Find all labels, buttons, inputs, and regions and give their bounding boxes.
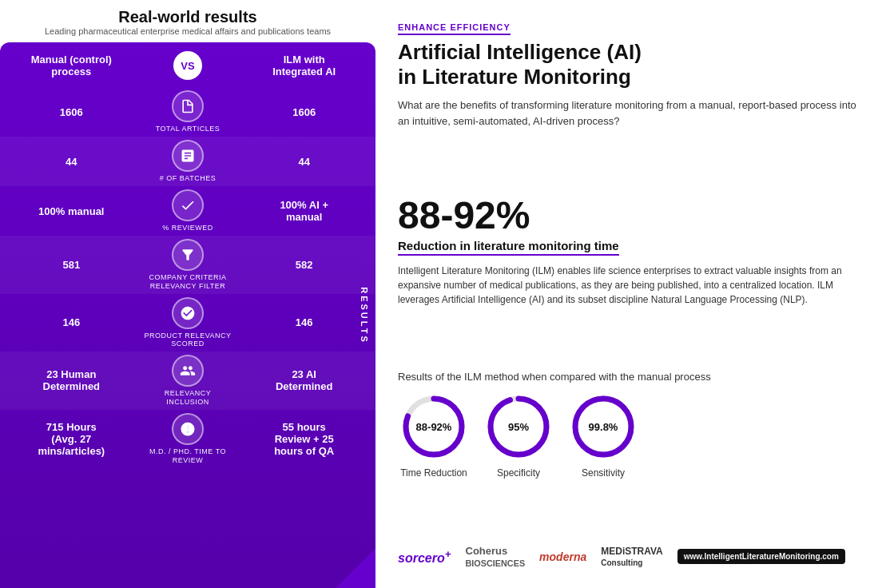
row-reviewed: 100% manual % REVIEWED 100% AI +manual: [0, 186, 375, 236]
left-header: Real-world results Leading pharmaceutica…: [45, 8, 331, 36]
big-stat: 88-92%: [398, 193, 860, 237]
center-inclusion: RELEVANCYINCLUSION: [143, 355, 233, 407]
center-relevancy: PRODUCT RELEVANCYSCORED: [143, 297, 233, 349]
gauge-time-reduction: 88-92% Time Reduction: [398, 391, 470, 479]
inclusion-label: RELEVANCYINCLUSION: [165, 389, 211, 407]
row-total-articles: 1606 TOTAL ARTICLES 1606: [0, 87, 375, 137]
gauge-circle-3: 99.8%: [567, 391, 639, 463]
manual-col-header: Manual (control)process: [0, 50, 143, 81]
stat-subtitle: Reduction in literature monitoring time: [398, 239, 619, 256]
gauge-label-3: Sensitivity: [582, 467, 625, 479]
manual-relevancy: 146: [0, 313, 143, 332]
body-text: Intelligent Literature Monitoring (ILM) …: [398, 264, 860, 307]
comparison-rows: 1606 TOTAL ARTICLES 1606 44 # OF BATCHES: [0, 87, 375, 588]
criteria-label: COMPANY CRITERIARELEVANCY FILTER: [149, 273, 226, 291]
logos-row: sorcero+ CoherusBIOSCIENCES moderna MEDi…: [398, 545, 860, 569]
gauge-circle-2: 95%: [483, 391, 554, 463]
batches-label: # OF BATCHES: [160, 174, 216, 183]
logo-website: www.IntelligentLiteratureMonitoring.com: [677, 549, 845, 564]
inclusion-icon: [172, 355, 204, 387]
gauge-value-3: 99.8%: [589, 421, 618, 433]
manual-reviewed: 100% manual: [0, 202, 143, 220]
row-batches: 44 # OF BATCHES 44: [0, 137, 375, 186]
ilm-criteria: 582: [232, 256, 375, 274]
review-icon: [172, 189, 204, 221]
gauge-value-2: 95%: [508, 421, 529, 433]
row-time: 715 Hours(Avg. 27mins/articles) M.D. / P…: [0, 410, 375, 468]
ilm-relevancy: 146: [232, 313, 375, 332]
manual-inclusion: 23 HumanDetermined: [0, 365, 143, 395]
main-title: Artificial Intelligence (AI)in Literatur…: [398, 40, 860, 89]
logo-coherus: CoherusBIOSCIENCES: [466, 545, 526, 569]
results-section: Results of the ILM method when compared …: [398, 371, 860, 490]
batch-icon: [172, 140, 204, 172]
center-batches: # OF BATCHES: [143, 140, 233, 183]
vs-badge: VS: [173, 51, 202, 80]
logo-sorcero: sorcero+: [398, 548, 451, 566]
reviewed-label: % REVIEWED: [162, 224, 213, 232]
left-subtitle: Leading pharmaceutical enterprise medica…: [45, 26, 331, 36]
enhance-label: ENHANCE EFFICIENCY: [398, 22, 511, 35]
ilm-time: 55 hoursReview + 25hours of QA: [232, 418, 375, 460]
logo-moderna: moderna: [539, 550, 586, 563]
manual-total-articles: 1606: [0, 103, 143, 121]
ilm-col-header: ILM withIntegrated AI: [232, 50, 375, 81]
gauge-label-2: Specificity: [497, 467, 540, 479]
results-intro: Results of the ILM method when compared …: [398, 371, 860, 383]
gauge-label-1: Time Reduction: [400, 467, 467, 479]
gauges-row: 88-92% Time Reduction 95% Specificity: [398, 391, 860, 479]
manual-criteria: 581: [0, 256, 143, 274]
center-total-articles: TOTAL ARTICLES: [143, 90, 233, 133]
row-relevancy: 146 PRODUCT RELEVANCYSCORED 146: [0, 294, 375, 352]
left-panel: Real-world results Leading pharmaceutica…: [0, 0, 375, 588]
ilm-inclusion: 23 AIDetermined: [232, 365, 375, 395]
row-inclusion: 23 HumanDetermined RELEVANCYINCLUSION 23…: [0, 352, 375, 410]
stat-section: 88-92% Reduction in literature monitorin…: [398, 193, 860, 316]
center-time: M.D. / PHD. TIME TOREVIEW: [143, 413, 233, 465]
comparison-area: Manual (control)process VS ILM withInteg…: [0, 42, 375, 588]
column-headers: Manual (control)process VS ILM withInteg…: [0, 42, 375, 87]
ilm-batches: 44: [232, 153, 375, 171]
gauge-sensitivity: 99.8% Sensitivity: [567, 391, 639, 479]
row-criteria: 581 COMPANY CRITERIARELEVANCY FILTER 582: [0, 236, 375, 294]
relevancy-label: PRODUCT RELEVANCYSCORED: [144, 332, 231, 349]
logo-medistrava: MEDiSTRAVAConsulting: [601, 546, 663, 568]
manual-time: 715 Hours(Avg. 27mins/articles): [0, 418, 143, 460]
left-title: Real-world results: [45, 8, 331, 26]
clock-icon: [172, 413, 204, 445]
results-band: RESULTS: [360, 287, 369, 344]
ilm-total-articles: 1606: [232, 103, 375, 121]
total-articles-label: TOTAL ARTICLES: [156, 125, 220, 133]
top-section: ENHANCE EFFICIENCY Artificial Intelligen…: [398, 19, 860, 138]
score-icon: [172, 297, 204, 329]
gauge-specificity: 95% Specificity: [483, 391, 554, 479]
center-criteria: COMPANY CRITERIARELEVANCY FILTER: [143, 239, 233, 291]
center-reviewed: % REVIEWED: [143, 189, 233, 232]
time-label: M.D. / PHD. TIME TOREVIEW: [149, 447, 226, 465]
manual-batches: 44: [0, 153, 143, 171]
description: What are the benefits of transforming li…: [398, 97, 860, 129]
ilm-reviewed: 100% AI +manual: [232, 196, 375, 226]
gauge-circle-1: 88-92%: [398, 391, 470, 463]
filter-icon: [172, 239, 204, 271]
right-panel: ENHANCE EFFICIENCY Artificial Intelligen…: [375, 0, 882, 588]
gauge-value-1: 88-92%: [416, 421, 452, 433]
vs-col-header: VS: [143, 51, 233, 80]
document-icon: [172, 90, 204, 122]
